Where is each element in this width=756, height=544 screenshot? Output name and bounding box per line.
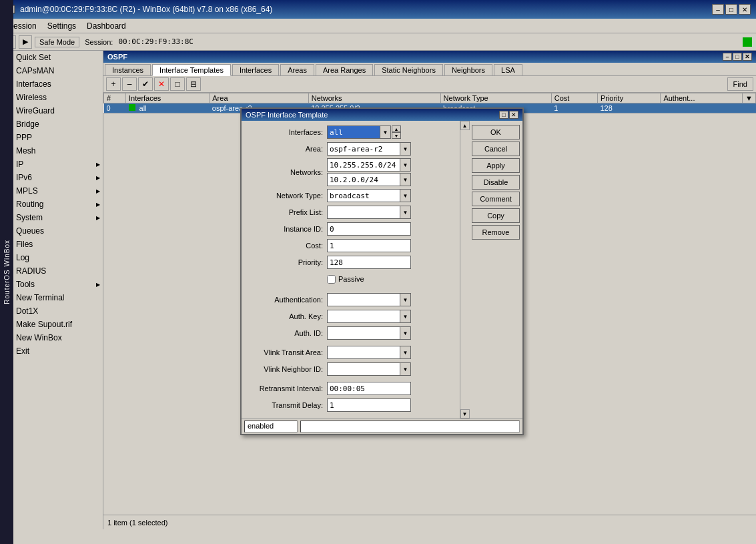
menu-dashboard[interactable]: Dashboard: [81, 20, 131, 32]
comment-button[interactable]: Comment: [472, 192, 520, 206]
apply-button[interactable]: Apply: [472, 158, 520, 173]
authentication-input[interactable]: [327, 293, 400, 306]
menu-settings[interactable]: Settings: [42, 20, 81, 32]
close-button[interactable]: ✕: [739, 4, 751, 15]
vlink-transit-input[interactable]: [327, 346, 400, 359]
sidebar-item-wireguard[interactable]: ◈ WireGuard: [0, 104, 103, 117]
interfaces-up-btn[interactable]: ▲: [392, 125, 401, 132]
sidebar-item-wireless[interactable]: ◉ Wireless: [0, 91, 103, 104]
enable-button[interactable]: ✔: [138, 77, 153, 91]
auth-id-dropdown-btn[interactable]: ▼: [400, 326, 411, 340]
network-type-row: Network Type: ▼: [247, 188, 456, 203]
maximize-button[interactable]: □: [725, 4, 737, 15]
sidebar-item-log[interactable]: ◈ Log: [0, 251, 103, 264]
authentication-dropdown-btn[interactable]: ▼: [400, 293, 411, 306]
sidebar-item-quickset[interactable]: ⚡ Quick Set: [0, 51, 103, 64]
disable-button-dialog[interactable]: Disable: [472, 175, 520, 190]
passive-checkbox[interactable]: [327, 275, 336, 284]
sidebar-label-wireless: Wireless: [16, 93, 47, 102]
dialog-close[interactable]: ✕: [509, 111, 518, 119]
vlink-neighbor-dropdown-btn[interactable]: ▼: [400, 362, 411, 376]
tab-instances[interactable]: Instances: [105, 64, 151, 75]
safemode-button[interactable]: Safe Mode: [35, 37, 79, 47]
area-dropdown-btn[interactable]: ▼: [400, 142, 411, 156]
auth-key-dropdown-btn[interactable]: ▼: [400, 310, 411, 323]
ospf-minimize[interactable]: –: [723, 53, 732, 61]
prefix-list-input[interactable]: [327, 206, 400, 219]
vlink-neighbor-label: Vlink Neighbor ID:: [247, 365, 327, 373]
network-type-dropdown-btn[interactable]: ▼: [400, 189, 411, 202]
vlink-neighbor-input[interactable]: [327, 362, 400, 376]
networks-1-input[interactable]: [327, 158, 400, 172]
tab-neighbors[interactable]: Neighbors: [444, 64, 492, 75]
tab-static-neighbors[interactable]: Static Neighbors: [374, 64, 443, 75]
ospf-close[interactable]: ✕: [743, 53, 752, 61]
priority-input[interactable]: [327, 256, 411, 269]
ok-button[interactable]: OK: [472, 125, 520, 140]
sidebar-item-routing[interactable]: ◈ Routing: [0, 198, 103, 211]
ospf-maximize[interactable]: □: [733, 53, 742, 61]
sidebar-item-tools[interactable]: ◈ Tools: [0, 278, 103, 291]
col-expand[interactable]: ▼: [743, 93, 756, 103]
sidebar-item-files[interactable]: ◈ Files: [0, 238, 103, 251]
prefix-list-dropdown-btn[interactable]: ▼: [400, 206, 411, 219]
sidebar-item-ip[interactable]: ⊕ IP: [0, 158, 103, 171]
tab-area-ranges[interactable]: Area Ranges: [316, 64, 373, 75]
forward-button[interactable]: ▶: [19, 35, 32, 49]
sidebar-item-newterminal[interactable]: ▣ New Terminal: [0, 291, 103, 304]
sidebar-item-ipv6[interactable]: ⊕ IPv6: [0, 171, 103, 184]
add-button[interactable]: +: [106, 77, 121, 91]
tab-interfaces[interactable]: Interfaces: [232, 64, 279, 75]
scroll-down-btn[interactable]: ▼: [460, 409, 470, 419]
menu-session[interactable]: Session: [3, 20, 42, 32]
sidebar-item-radius[interactable]: ◈ RADIUS: [0, 264, 103, 278]
sidebar-item-newwinbox[interactable]: ◈ New WinBox: [0, 331, 103, 344]
auth-key-input[interactable]: [327, 310, 400, 323]
tab-interface-templates[interactable]: Interface Templates: [152, 64, 231, 76]
interfaces-dropdown-btn[interactable]: ▼: [380, 125, 391, 139]
sidebar-item-queues[interactable]: ◈ Queues: [0, 224, 103, 238]
tab-lsa[interactable]: LSA: [494, 64, 522, 75]
sidebar-label-ip: IP: [16, 160, 23, 169]
filter-button[interactable]: ⊟: [186, 77, 201, 91]
sidebar-item-interfaces[interactable]: ⊞ Interfaces: [0, 77, 103, 91]
copy-button[interactable]: □: [170, 77, 185, 91]
auth-key-row: Auth. Key: ▼: [247, 309, 456, 324]
sidebar-item-makesupout[interactable]: ◈ Make Supout.rif: [0, 318, 103, 331]
area-input[interactable]: [327, 142, 400, 156]
sidebar-item-mesh[interactable]: ◈ Mesh: [0, 144, 103, 158]
minimize-button[interactable]: –: [712, 4, 724, 15]
vlink-transit-dropdown-btn[interactable]: ▼: [400, 346, 411, 359]
cancel-button[interactable]: Cancel: [472, 142, 520, 156]
networks-2-input[interactable]: [327, 173, 400, 186]
sidebar-item-mpls[interactable]: ◈ MPLS: [0, 184, 103, 198]
tab-areas[interactable]: Areas: [280, 64, 314, 75]
remove-button[interactable]: –: [122, 77, 137, 91]
sidebar-item-bridge[interactable]: ⊟ Bridge: [0, 117, 103, 131]
sidebar-item-capsman[interactable]: ◈ CAPsMAN: [0, 64, 103, 77]
retransmit-input[interactable]: [327, 382, 411, 395]
cost-input[interactable]: [327, 239, 411, 252]
sidebar-item-dot1x[interactable]: ◈ Dot1X: [0, 304, 103, 318]
dialog-maximize[interactable]: □: [499, 111, 508, 119]
scroll-up-btn[interactable]: ▲: [460, 121, 470, 130]
interfaces-down-btn[interactable]: ▼: [392, 132, 401, 139]
sidebar-item-ppp[interactable]: ◈ PPP: [0, 131, 103, 144]
dialog-body: Interfaces: ▼ ▲ ▼: [242, 121, 522, 419]
networks-2-dropdown-btn[interactable]: ▼: [400, 173, 411, 186]
transmit-delay-input[interactable]: [327, 398, 411, 412]
instance-id-input[interactable]: [327, 222, 411, 236]
network-type-input[interactable]: [327, 189, 400, 202]
interfaces-input[interactable]: [327, 125, 380, 139]
disable-button[interactable]: ✕: [154, 77, 169, 91]
back-button[interactable]: ◀: [3, 35, 16, 49]
priority-label: Priority:: [247, 258, 327, 266]
remove-button-dialog[interactable]: Remove: [472, 225, 520, 240]
copy-button-dialog[interactable]: Copy: [472, 208, 520, 223]
auth-id-input[interactable]: [327, 326, 400, 340]
networks-1-dropdown-btn[interactable]: ▼: [400, 158, 411, 172]
sidebar-item-exit[interactable]: ✕ Exit: [0, 344, 103, 358]
sidebar-item-system[interactable]: ◈ System: [0, 211, 103, 224]
retransmit-row: Retransmit Interval:: [247, 381, 456, 396]
find-button[interactable]: Find: [727, 77, 753, 91]
